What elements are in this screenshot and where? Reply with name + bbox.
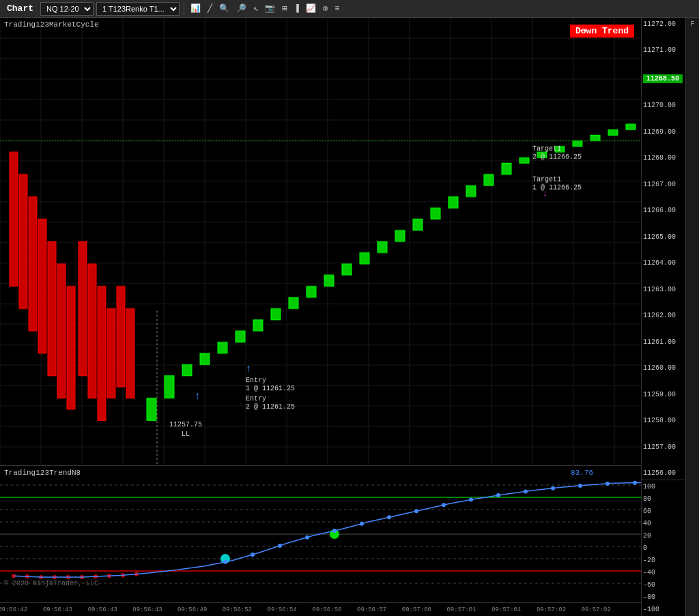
price-scale-label: 11271.00: [643, 46, 683, 54]
price-scale-label: 11258.00: [643, 417, 683, 424]
bar-type-icon[interactable]: ▐: [292, 3, 301, 15]
settings-icon[interactable]: ⚙: [321, 2, 330, 15]
indicator-panel-label: Trading123TrendN8: [4, 469, 81, 477]
x-axis-label: 09:56:49: [177, 606, 207, 613]
indicator-panel: Trading123TrendN8 83.76 © 2020 NinjaTrad…: [0, 466, 641, 602]
price-scale-label: 11266.00: [643, 207, 683, 214]
timeframe-dropdown[interactable]: 1 T123Renko T1...: [96, 2, 180, 16]
x-axis-label: 09:57:01: [446, 606, 476, 613]
price-scale-label: 11256.00: [643, 469, 683, 477]
price-scale-label: 11257.00: [643, 443, 683, 451]
side-panel: F: [685, 18, 699, 616]
indicator-scale-label: 20: [643, 532, 683, 540]
chart-container: Trading123MarketCycle Down Trend → Tradi…: [0, 18, 641, 616]
x-axis-label: 09:56:56: [312, 606, 341, 613]
price-panel-label: Trading123MarketCycle: [4, 20, 99, 29]
current-price-box: 11268.50: [643, 74, 683, 83]
indicator-scale-label: 40: [643, 520, 683, 527]
side-panel-label: F: [690, 20, 694, 28]
indicator-scale-label: 60: [643, 508, 683, 515]
x-axis-label: 09:56:42: [0, 606, 27, 613]
toolbar: Chart NQ 12-20 1 T123Renko T1... 📊 ╱ 🔍 🔎…: [0, 0, 699, 18]
camera-icon[interactable]: 📷: [263, 2, 277, 15]
indicator-scale-label: 80: [643, 495, 683, 503]
main-area: Trading123MarketCycle Down Trend → Tradi…: [0, 18, 699, 616]
x-axis-label: 09:56:57: [357, 606, 386, 613]
more-icon[interactable]: ≡: [332, 3, 341, 15]
indicator-scale-label: 100: [643, 483, 683, 490]
x-axis-label: 09:57:02: [537, 606, 566, 613]
zoom-out-icon[interactable]: 🔎: [234, 2, 248, 15]
price-scale-label: 11268.00: [643, 154, 683, 162]
toolbar-separator: [184, 3, 184, 15]
x-axis-label: 09:56:43: [43, 606, 72, 613]
price-scale-label: 11270.00: [643, 102, 683, 109]
arrow-right-icon: →: [580, 25, 586, 37]
indicator-value: 83.76: [571, 469, 593, 477]
price-scale-label: 11265.00: [643, 233, 683, 241]
zoom-in-icon[interactable]: 🔍: [217, 2, 231, 15]
indicator-scale-label: -80: [643, 593, 683, 601]
price-scale-label: 11263.00: [643, 286, 683, 293]
x-axis-label: 09:57:02: [582, 606, 611, 613]
right-scale: 11272.0011271.0011268.5011270.0011269.00…: [641, 18, 685, 616]
price-scale-label: 11259.00: [643, 391, 683, 398]
indicator-scale: 100806040200-20-40-60-80-100: [641, 480, 685, 616]
price-panel: Trading123MarketCycle Down Trend →: [0, 18, 641, 466]
x-axis: 09:56:4209:56:4309:56:4309:56:4309:56:49…: [0, 602, 641, 616]
line-tool-icon[interactable]: ╱: [205, 2, 214, 15]
price-scale-label: 11272.00: [643, 20, 683, 28]
indicator-icon[interactable]: 📈: [304, 2, 318, 15]
bar-chart-icon[interactable]: 📊: [188, 2, 203, 15]
symbol-dropdown[interactable]: NQ 12-20: [40, 2, 94, 16]
app-title: Chart: [3, 3, 38, 14]
x-axis-label: 09:56:54: [268, 606, 297, 613]
x-axis-label: 09:56:43: [132, 606, 162, 613]
x-axis-label: 09:56:43: [88, 606, 117, 613]
price-scale-label: 11267.00: [643, 181, 683, 188]
grid-icon[interactable]: ⊞: [280, 2, 289, 15]
price-scale-label: 11264.00: [643, 259, 683, 267]
price-scale: 11272.0011271.0011268.5011270.0011269.00…: [641, 18, 685, 480]
price-chart-canvas[interactable]: [0, 18, 641, 465]
copyright-text: © 2020 NinjaTrader, LLC: [4, 580, 98, 587]
indicator-scale-label: -40: [643, 569, 683, 576]
indicator-scale-label: -100: [643, 606, 683, 613]
cursor-icon[interactable]: ↖: [251, 2, 260, 15]
price-scale-label: 11260.00: [643, 364, 683, 372]
indicator-scale-label: 0: [643, 544, 683, 552]
indicator-scale-label: -60: [643, 581, 683, 589]
price-scale-label: 11261.00: [643, 338, 683, 346]
x-axis-label: 09:57:00: [402, 606, 431, 613]
indicator-scale-label: -20: [643, 557, 683, 564]
x-axis-label: 09:57:01: [491, 606, 521, 613]
price-scale-label: 11262.00: [643, 312, 683, 319]
x-axis-label: 09:56:52: [223, 606, 252, 613]
price-scale-label: 11269.00: [643, 128, 683, 136]
